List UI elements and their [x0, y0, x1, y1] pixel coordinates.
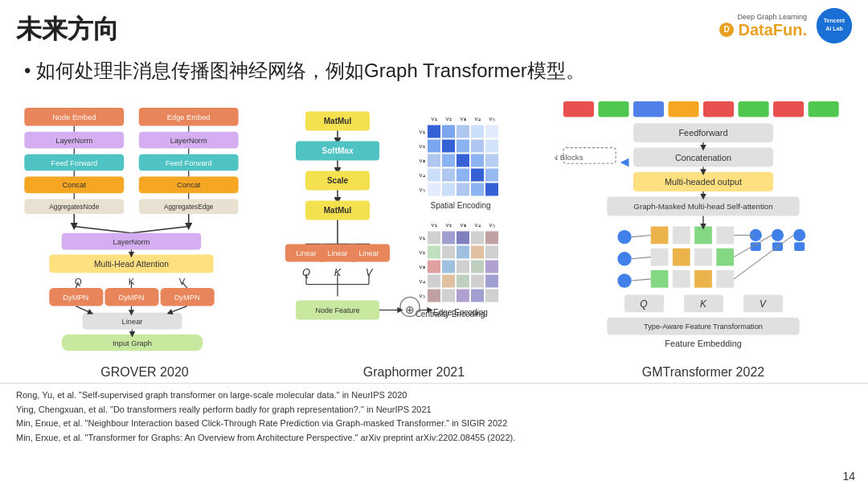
svg-rect-164: [428, 290, 440, 302]
svg-rect-166: [457, 290, 469, 302]
svg-line-211: [632, 257, 651, 259]
svg-text:v₃: v₃: [461, 115, 466, 122]
svg-text:Graph-Masked Multi-head Self-a: Graph-Masked Multi-head Self-attention: [633, 202, 772, 211]
reference-1: Rong, Yu, et al. "Self-supervised graph …: [16, 388, 852, 403]
datafun-logo: D DataFun.: [719, 21, 807, 39]
svg-text:DyMPN: DyMPN: [63, 294, 88, 302]
svg-text:N Blocks: N Blocks: [555, 153, 583, 162]
svg-rect-155: [442, 261, 455, 273]
svg-rect-196: [651, 249, 669, 266]
svg-text:v₄: v₄: [420, 171, 425, 179]
svg-text:DyMPN: DyMPN: [174, 294, 200, 302]
svg-rect-159: [428, 275, 440, 288]
svg-rect-173: [633, 101, 664, 117]
svg-text:Feed Forward: Feed Forward: [51, 159, 97, 167]
svg-text:v₂: v₂: [420, 142, 425, 150]
svg-text:v₄: v₄: [420, 277, 425, 285]
svg-rect-163: [485, 275, 498, 288]
svg-rect-193: [673, 227, 690, 244]
reference-4: Min, Erxue, et al. "Transformer for Grap…: [16, 431, 852, 446]
svg-text:v₅: v₅: [489, 221, 495, 228]
svg-rect-177: [773, 101, 804, 117]
svg-text:v₁: v₁: [420, 128, 425, 135]
svg-point-191: [617, 273, 631, 287]
svg-rect-209: [794, 242, 805, 251]
svg-rect-152: [471, 246, 484, 259]
svg-rect-112: [485, 125, 498, 138]
svg-text:Concatenation: Concatenation: [675, 153, 731, 162]
svg-rect-153: [485, 246, 498, 259]
svg-rect-116: [471, 140, 484, 153]
svg-text:V: V: [760, 298, 767, 310]
svg-text:⊕: ⊕: [405, 303, 415, 316]
svg-text:v₅: v₅: [489, 115, 495, 122]
grover-label: GROVER 2020: [100, 365, 188, 380]
svg-rect-165: [442, 290, 455, 302]
svg-text:K: K: [700, 298, 707, 310]
svg-rect-203: [716, 270, 734, 288]
svg-rect-197: [673, 249, 690, 266]
svg-rect-124: [442, 169, 455, 182]
gmtransformer-section: Feedforward N Blocks Concatenation Multi…: [555, 90, 852, 380]
svg-rect-161: [457, 275, 469, 288]
grover-diagram: Node Embed Edge Embed LayerNorm LayerNor…: [16, 90, 273, 362]
tencent-logo: Tencent AI Lab: [817, 8, 852, 43]
svg-text:Feed Forward: Feed Forward: [166, 159, 212, 167]
svg-rect-175: [703, 101, 734, 117]
svg-text:MatMul: MatMul: [324, 117, 352, 125]
svg-rect-149: [428, 246, 440, 259]
svg-rect-160: [442, 275, 455, 288]
svg-rect-148: [485, 232, 498, 244]
svg-line-27: [74, 227, 131, 233]
svg-text:v₄: v₄: [475, 221, 481, 228]
svg-text:v₅: v₅: [420, 292, 425, 299]
svg-text:K: K: [334, 266, 342, 278]
svg-text:Spatial Encoding: Spatial Encoding: [430, 201, 490, 210]
svg-rect-150: [442, 246, 455, 259]
svg-text:LayerNorm: LayerNorm: [55, 137, 92, 145]
svg-rect-122: [485, 154, 498, 167]
svg-text:Concat: Concat: [177, 181, 201, 189]
bullet-text: • 如何处理非消息传播图神经网络，例如Graph Transformer模型。: [24, 58, 844, 84]
svg-line-215: [734, 235, 793, 278]
title-text: 未来方向: [16, 8, 119, 47]
svg-point-208: [793, 229, 805, 241]
svg-text:v₃: v₃: [420, 263, 425, 270]
svg-rect-171: [563, 101, 594, 117]
svg-text:v₁: v₁: [432, 221, 437, 228]
svg-rect-118: [428, 154, 440, 167]
svg-text:Concat: Concat: [63, 181, 87, 189]
svg-text:Linear: Linear: [122, 318, 143, 326]
datafun-icon: D: [719, 22, 735, 38]
header: 未来方向 Deep Graph Learning D DataFun. Tenc…: [0, 0, 868, 51]
svg-rect-119: [442, 154, 455, 167]
svg-text:v₄: v₄: [475, 115, 481, 122]
svg-line-49: [76, 306, 91, 313]
svg-text:Multi-headed output: Multi-headed output: [665, 177, 742, 187]
svg-text:LayerNorm: LayerNorm: [170, 137, 207, 145]
svg-text:v₁: v₁: [420, 234, 425, 241]
graphormer-label: Graphormer 2021: [363, 365, 465, 380]
svg-rect-120: [457, 154, 469, 167]
svg-rect-126: [471, 169, 484, 182]
svg-rect-121: [471, 154, 484, 167]
svg-rect-151: [457, 246, 469, 259]
svg-text:Feature Embedding: Feature Embedding: [665, 339, 742, 348]
svg-rect-128: [428, 183, 440, 196]
svg-point-206: [772, 229, 784, 241]
main-content: Node Embed Edge Embed LayerNorm LayerNor…: [0, 90, 868, 380]
grover-section: Node Embed Edge Embed LayerNorm LayerNor…: [16, 90, 273, 380]
reference-3: Min, Erxue, et al. "Neighbour Interactio…: [16, 417, 852, 431]
svg-rect-176: [739, 101, 769, 117]
svg-text:AI Lab: AI Lab: [825, 26, 842, 31]
svg-rect-132: [485, 183, 498, 196]
svg-text:V: V: [366, 266, 374, 278]
gmtransformer-diagram: Feedforward N Blocks Concatenation Multi…: [555, 90, 852, 362]
svg-text:Linear: Linear: [296, 249, 316, 257]
svg-text:v₂: v₂: [420, 249, 425, 256]
svg-rect-131: [471, 183, 484, 196]
svg-point-190: [617, 252, 631, 265]
svg-rect-172: [598, 101, 628, 117]
svg-rect-200: [651, 270, 669, 288]
svg-rect-117: [485, 140, 498, 153]
